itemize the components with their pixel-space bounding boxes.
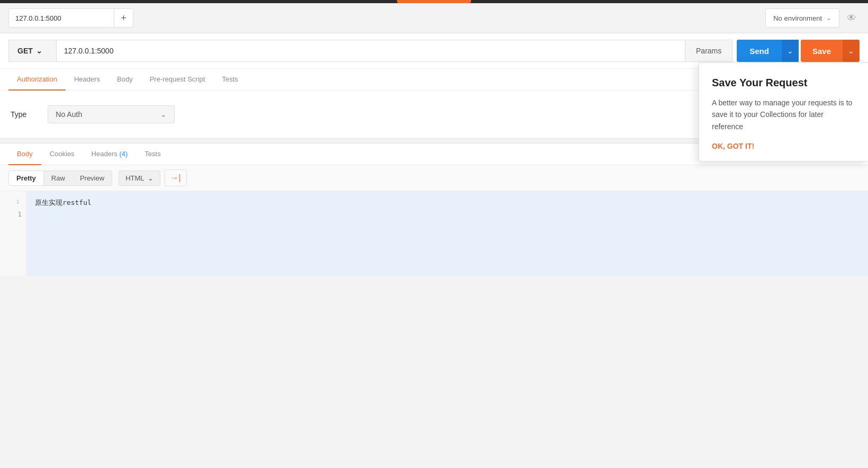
format-raw-button[interactable]: Raw (44, 171, 73, 185)
eye-button[interactable]: 👁 (844, 11, 860, 26)
url-bar-row: + No environment ⌄ 👁 (0, 3, 868, 33)
chevron-down-icon: ⌄ (826, 14, 831, 22)
tooltip-body: A better way to manage your requests is … (712, 97, 855, 132)
tab-tests[interactable]: Tests (213, 69, 246, 91)
line-numbers: i 1 (0, 191, 26, 276)
top-bar (0, 0, 868, 3)
method-label: GET (17, 47, 33, 55)
save-tooltip: Save Your Request A better way to manage… (699, 62, 868, 161)
method-button[interactable]: GET ⌄ (8, 40, 56, 62)
eye-icon: 👁 (847, 13, 856, 23)
code-line-1: 原生实现restful (35, 196, 860, 209)
tab-headers[interactable]: Headers (66, 69, 108, 91)
send-button-group: Send ⌄ (737, 40, 799, 62)
top-bar-accent (397, 0, 471, 3)
send-dropdown-button[interactable]: ⌄ (782, 40, 799, 62)
tab-input: + (8, 8, 133, 28)
language-label: HTML (125, 174, 144, 182)
response-section: Body Cookies Headers (4) Tests Status: 2… (0, 143, 868, 276)
format-bar: Pretty Raw Preview HTML ⌄ →| (0, 165, 868, 191)
params-button[interactable]: Params (685, 40, 733, 62)
environment-label: No environment (773, 14, 822, 22)
code-area: i 1 原生实现restful (0, 191, 868, 276)
tooltip-ok-button[interactable]: OK, GOT IT! (712, 142, 754, 150)
tab-body[interactable]: Body (108, 69, 141, 91)
headers-label: Headers (92, 150, 117, 158)
add-tab-button[interactable]: + (114, 8, 133, 28)
format-pretty-button[interactable]: Pretty (9, 171, 44, 185)
headers-count: (4) (119, 150, 128, 158)
save-chevron-icon: ⌄ (848, 47, 854, 55)
code-content: 原生实现restful (26, 191, 868, 276)
auth-type-value: No Auth (56, 110, 82, 119)
save-button[interactable]: Save (801, 40, 843, 62)
lang-chevron-icon: ⌄ (148, 174, 153, 182)
save-button-group: Save ⌄ (801, 40, 860, 62)
auth-chevron-icon: ⌄ (160, 110, 167, 119)
response-tab-cookies[interactable]: Cookies (41, 143, 83, 165)
line-number-1: 1 (17, 208, 22, 220)
tab-url-input[interactable] (8, 8, 114, 28)
auth-type-select[interactable]: No Auth ⌄ (48, 105, 175, 123)
tooltip-title: Save Your Request (712, 76, 855, 89)
method-chevron-icon: ⌄ (36, 47, 42, 55)
response-tab-tests[interactable]: Tests (136, 143, 169, 165)
save-dropdown-button[interactable]: ⌄ (843, 40, 860, 62)
line-info-icon: i (16, 196, 20, 207)
send-chevron-icon: ⌄ (787, 47, 793, 55)
language-select[interactable]: HTML ⌄ (119, 170, 160, 186)
send-button[interactable]: Send (737, 40, 782, 62)
wrap-button[interactable]: →| (165, 169, 187, 186)
environment-select[interactable]: No environment ⌄ (765, 8, 839, 28)
auth-type-label: Type (11, 110, 26, 119)
format-group: Pretty Raw Preview (8, 170, 112, 186)
url-input[interactable] (56, 40, 685, 62)
response-tab-headers[interactable]: Headers (4) (83, 143, 137, 165)
tab-authorization[interactable]: Authorization (8, 69, 66, 91)
tab-pre-request-script[interactable]: Pre-request Script (141, 69, 214, 91)
format-preview-button[interactable]: Preview (73, 171, 112, 185)
response-tab-body[interactable]: Body (8, 143, 41, 165)
wrap-icon: →| (170, 173, 181, 182)
